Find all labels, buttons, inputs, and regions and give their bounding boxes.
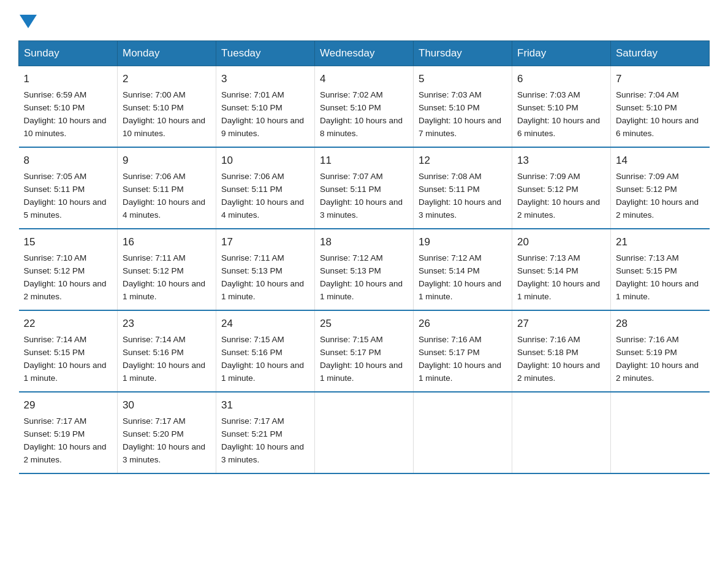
day-number: 7	[616, 71, 705, 87]
calendar-cell: 20Sunrise: 7:13 AMSunset: 5:14 PMDayligh…	[512, 229, 611, 310]
calendar-cell: 21Sunrise: 7:13 AMSunset: 5:15 PMDayligh…	[611, 229, 710, 310]
sunset-label: Sunset: 5:17 PM	[320, 348, 381, 357]
calendar-cell: 30Sunrise: 7:17 AMSunset: 5:20 PMDayligh…	[118, 392, 216, 473]
logo-triangle-icon	[20, 15, 37, 28]
day-number: 5	[419, 71, 507, 87]
calendar-cell: 25Sunrise: 7:15 AMSunset: 5:17 PMDayligh…	[315, 310, 414, 392]
calendar-cell: 12Sunrise: 7:08 AMSunset: 5:11 PMDayligh…	[414, 147, 512, 229]
logo	[18, 12, 37, 28]
daylight-label: Daylight: 10 hours and 1 minute.	[419, 361, 501, 383]
daylight-label: Daylight: 10 hours and 1 minute.	[320, 361, 403, 383]
day-number: 29	[24, 397, 113, 413]
sunrise-label: Sunrise: 7:09 AM	[616, 172, 679, 181]
daylight-label: Daylight: 10 hours and 1 minute.	[221, 361, 304, 383]
day-number: 24	[221, 316, 309, 332]
day-number: 26	[419, 316, 507, 332]
sunset-label: Sunset: 5:17 PM	[419, 348, 480, 357]
day-number: 10	[221, 153, 309, 169]
sunrise-label: Sunrise: 7:06 AM	[123, 172, 186, 181]
calendar-cell: 27Sunrise: 7:16 AMSunset: 5:18 PMDayligh…	[512, 310, 611, 392]
day-number: 20	[517, 234, 605, 250]
day-number: 8	[24, 153, 113, 169]
sunset-label: Sunset: 5:20 PM	[123, 429, 184, 439]
sunrise-label: Sunrise: 7:13 AM	[616, 253, 679, 262]
daylight-label: Daylight: 10 hours and 1 minute.	[221, 279, 304, 301]
daylight-label: Daylight: 10 hours and 6 minutes.	[616, 116, 699, 138]
day-number: 19	[419, 234, 507, 250]
sunrise-label: Sunrise: 7:14 AM	[24, 335, 87, 344]
day-number: 13	[517, 153, 605, 169]
calendar-cell: 18Sunrise: 7:12 AMSunset: 5:13 PMDayligh…	[315, 229, 414, 310]
daylight-label: Daylight: 10 hours and 1 minute.	[320, 279, 403, 301]
page-header	[18, 12, 710, 28]
sunset-label: Sunset: 5:12 PM	[24, 266, 85, 275]
sunset-label: Sunset: 5:10 PM	[24, 103, 85, 112]
sunrise-label: Sunrise: 7:15 AM	[320, 335, 383, 344]
calendar-table: SundayMondayTuesdayWednesdayThursdayFrid…	[18, 40, 710, 474]
day-number: 21	[616, 234, 705, 250]
day-number: 23	[123, 316, 211, 332]
sunset-label: Sunset: 5:12 PM	[517, 185, 578, 194]
calendar-cell: 24Sunrise: 7:15 AMSunset: 5:16 PMDayligh…	[216, 310, 315, 392]
day-number: 12	[419, 153, 507, 169]
day-number: 11	[320, 153, 408, 169]
sunset-label: Sunset: 5:13 PM	[320, 266, 381, 275]
day-number: 15	[24, 234, 113, 250]
calendar-cell: 26Sunrise: 7:16 AMSunset: 5:17 PMDayligh…	[414, 310, 512, 392]
sunrise-label: Sunrise: 7:11 AM	[123, 253, 186, 262]
day-number: 28	[616, 316, 705, 332]
sunrise-label: Sunrise: 7:10 AM	[24, 253, 87, 262]
daylight-label: Daylight: 10 hours and 2 minutes.	[24, 442, 107, 464]
sunrise-label: Sunrise: 7:17 AM	[221, 416, 284, 426]
day-number: 27	[517, 316, 605, 332]
day-of-week-header: Wednesday	[315, 41, 414, 66]
daylight-label: Daylight: 10 hours and 2 minutes.	[517, 361, 600, 383]
sunset-label: Sunset: 5:11 PM	[24, 185, 85, 194]
sunset-label: Sunset: 5:12 PM	[123, 266, 184, 275]
sunset-label: Sunset: 5:10 PM	[419, 103, 480, 112]
sunrise-label: Sunrise: 7:17 AM	[123, 416, 186, 426]
day-number: 30	[123, 397, 211, 413]
day-number: 31	[221, 397, 309, 413]
daylight-label: Daylight: 10 hours and 10 minutes.	[123, 116, 205, 138]
sunrise-label: Sunrise: 7:12 AM	[320, 253, 383, 262]
calendar-cell: 29Sunrise: 7:17 AMSunset: 5:19 PMDayligh…	[19, 392, 118, 473]
daylight-label: Daylight: 10 hours and 8 minutes.	[320, 116, 403, 138]
sunset-label: Sunset: 5:11 PM	[123, 185, 184, 194]
calendar-cell	[611, 392, 710, 473]
day-of-week-header: Monday	[118, 41, 216, 66]
calendar-cell	[512, 392, 611, 473]
daylight-label: Daylight: 10 hours and 1 minute.	[419, 279, 501, 301]
sunset-label: Sunset: 5:12 PM	[616, 185, 677, 194]
daylight-label: Daylight: 10 hours and 3 minutes.	[419, 197, 501, 220]
daylight-label: Daylight: 10 hours and 3 minutes.	[123, 442, 205, 464]
daylight-label: Daylight: 10 hours and 6 minutes.	[517, 116, 600, 138]
day-number: 3	[221, 71, 309, 87]
calendar-week-row: 1Sunrise: 6:59 AMSunset: 5:10 PMDaylight…	[19, 66, 710, 148]
day-number: 1	[24, 71, 113, 87]
sunset-label: Sunset: 5:21 PM	[221, 429, 282, 439]
daylight-label: Daylight: 10 hours and 10 minutes.	[24, 116, 107, 138]
day-number: 14	[616, 153, 705, 169]
daylight-label: Daylight: 10 hours and 1 minute.	[616, 279, 699, 301]
sunrise-label: Sunrise: 7:16 AM	[419, 335, 482, 344]
daylight-label: Daylight: 10 hours and 3 minutes.	[221, 442, 304, 464]
calendar-cell: 19Sunrise: 7:12 AMSunset: 5:14 PMDayligh…	[414, 229, 512, 310]
daylight-label: Daylight: 10 hours and 3 minutes.	[320, 197, 403, 220]
sunset-label: Sunset: 5:10 PM	[320, 103, 381, 112]
sunset-label: Sunset: 5:19 PM	[616, 348, 677, 357]
day-number: 2	[123, 71, 211, 87]
sunset-label: Sunset: 5:16 PM	[123, 348, 184, 357]
day-of-week-header: Thursday	[414, 41, 512, 66]
sunset-label: Sunset: 5:11 PM	[320, 185, 381, 194]
sunset-label: Sunset: 5:15 PM	[24, 348, 85, 357]
day-of-week-header: Sunday	[19, 41, 118, 66]
calendar-week-row: 29Sunrise: 7:17 AMSunset: 5:19 PMDayligh…	[19, 392, 710, 473]
calendar-cell: 10Sunrise: 7:06 AMSunset: 5:11 PMDayligh…	[216, 147, 315, 229]
calendar-cell: 22Sunrise: 7:14 AMSunset: 5:15 PMDayligh…	[19, 310, 118, 392]
calendar-cell: 9Sunrise: 7:06 AMSunset: 5:11 PMDaylight…	[118, 147, 216, 229]
calendar-cell	[414, 392, 512, 473]
calendar-cell: 1Sunrise: 6:59 AMSunset: 5:10 PMDaylight…	[19, 66, 118, 148]
sunrise-label: Sunrise: 7:01 AM	[221, 90, 284, 99]
day-number: 9	[123, 153, 211, 169]
